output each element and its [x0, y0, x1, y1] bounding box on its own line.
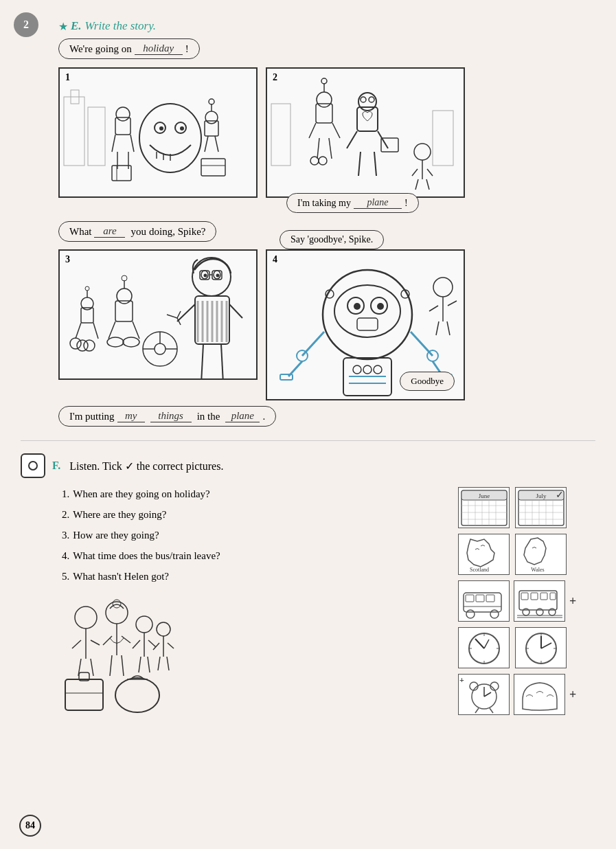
- svg-rect-191: [486, 595, 494, 602]
- bubble3-suffix: doing, Spike?: [149, 226, 206, 238]
- svg-rect-197: [531, 593, 538, 600]
- plus-2: +: [569, 688, 576, 702]
- question-3: 3. How are they going?: [62, 525, 451, 545]
- star-icon: ★: [58, 20, 68, 33]
- svg-line-223: [490, 708, 493, 713]
- bubble2-blank: plane: [354, 197, 402, 209]
- frame-number-2: 2: [273, 72, 277, 83]
- comic-frame-3: 3: [58, 249, 258, 380]
- story-bubble-5: I'm putting my things in the plane .: [58, 406, 276, 427]
- frame4-container: Say 'goodbye', Spike. 4: [266, 249, 465, 400]
- svg-point-192: [466, 610, 475, 618]
- question-1: 1. When are they going on holiday?: [62, 484, 451, 504]
- pic-row-3: +: [458, 580, 595, 622]
- section-f-content: 1. When are they going on holiday? 2. Wh…: [21, 484, 595, 717]
- svg-rect-28: [268, 69, 464, 196]
- svg-rect-190: [476, 595, 484, 602]
- svg-line-206: [475, 639, 484, 648]
- q1-text: When are they going on holiday?: [73, 484, 210, 504]
- bubble3-what: What: [69, 226, 91, 238]
- q2-text: Where are they going?: [73, 504, 166, 525]
- section-f-header: F. Listen. Tick ✓ the correct pictures.: [21, 453, 595, 478]
- svg-point-15: [159, 126, 163, 131]
- svg-point-16: [180, 126, 184, 131]
- plus-alarm: +: [459, 675, 464, 686]
- train-svg: [516, 582, 564, 620]
- svg-line-156: [168, 643, 174, 648]
- july-pic: July ✓: [515, 487, 567, 528]
- family-illustration: [62, 593, 185, 717]
- bubble4-text: Say 'goodbye', Spike.: [290, 234, 373, 245]
- comic-frames-top: 1: [58, 67, 595, 198]
- svg-rect-196: [521, 593, 528, 600]
- audio-icon[interactable]: [21, 453, 45, 478]
- question-2: 2. Where are they going?: [62, 504, 451, 525]
- bubble2-prefix: I'm taking my: [297, 198, 351, 209]
- q4-number: 4.: [62, 545, 69, 566]
- svg-point-134: [75, 607, 97, 629]
- svg-line-155: [153, 643, 159, 650]
- svg-line-157: [158, 657, 160, 670]
- q5-text: What hasn't Helen got?: [73, 566, 169, 587]
- question-5: 5. What hasn't Helen got?: [62, 566, 451, 587]
- section-e-title: Write the story.: [85, 19, 156, 33]
- svg-line-158: [167, 657, 169, 670]
- svg-point-193: [490, 610, 499, 618]
- bubble1-prefix: We're going on: [69, 43, 132, 55]
- svg-point-110: [377, 303, 384, 310]
- bubble5-blank1: my: [117, 410, 145, 422]
- q3-text: How are they going?: [73, 525, 159, 545]
- comic-frame-2: 2: [266, 67, 465, 198]
- svg-point-141: [113, 600, 121, 608]
- svg-rect-198: [540, 593, 547, 600]
- bubble5-blank3: plane: [225, 410, 260, 422]
- bubble1-suffix: !: [185, 43, 189, 55]
- clock2-svg: [517, 629, 565, 667]
- frame3-illustration: [60, 249, 256, 380]
- bus-svg: [460, 582, 508, 620]
- svg-line-143: [103, 636, 112, 645]
- bread-svg: [516, 676, 564, 714]
- svg-point-61: [216, 274, 219, 278]
- svg-line-222: [475, 708, 479, 713]
- section-e-letter: E.: [71, 19, 82, 33]
- bread-pic: [514, 674, 565, 715]
- svg-rect-199: [550, 593, 556, 600]
- svg-line-151: [139, 657, 141, 672]
- svg-point-147: [136, 616, 152, 633]
- questions-list: 1. When are they going on holiday? 2. Wh…: [62, 484, 451, 587]
- comic-frames-bottom: 3: [58, 249, 595, 400]
- june-pic: June: [458, 487, 510, 528]
- audio-circle: [28, 461, 38, 471]
- svg-point-60: [203, 274, 207, 278]
- alarm-svg: [460, 676, 508, 714]
- svg-text:Wales: Wales: [531, 567, 544, 573]
- section-f: F. Listen. Tick ✓ the correct pictures. …: [21, 440, 595, 717]
- scotland-svg: Scotland: [460, 536, 508, 574]
- question-4: 4. What time does the bus/train leave?: [62, 545, 451, 566]
- bubble1-blank: holiday: [135, 43, 183, 55]
- q5-number: 5.: [62, 566, 69, 587]
- answer-pictures: June: [458, 484, 595, 717]
- clock1-svg: [460, 629, 508, 667]
- story-bubble-2: I'm taking my plane !: [286, 193, 419, 217]
- bubble5-prefix: I'm putting: [69, 411, 115, 422]
- svg-text:June: June: [478, 493, 490, 499]
- svg-line-145: [110, 655, 112, 676]
- svg-point-153: [157, 622, 170, 636]
- scotland-pic: Scotland: [458, 534, 510, 575]
- svg-line-152: [148, 657, 150, 672]
- svg-rect-189: [466, 595, 474, 602]
- svg-line-136: [72, 640, 81, 648]
- frame2-container: 2: [266, 67, 465, 198]
- bubble3-you: you: [130, 226, 146, 238]
- section-e-header: ★ E. Write the story.: [58, 19, 595, 33]
- alarm-pic: +: [458, 674, 510, 715]
- story-bubble-3: What are you doing, Spike?: [58, 221, 216, 242]
- pic-row-1: June: [458, 487, 595, 528]
- comic-frame-1: 1: [58, 67, 258, 198]
- svg-rect-188: [464, 593, 501, 612]
- clock1-pic: [458, 627, 510, 668]
- svg-line-146: [122, 655, 124, 676]
- section-f-letter: F.: [52, 460, 60, 472]
